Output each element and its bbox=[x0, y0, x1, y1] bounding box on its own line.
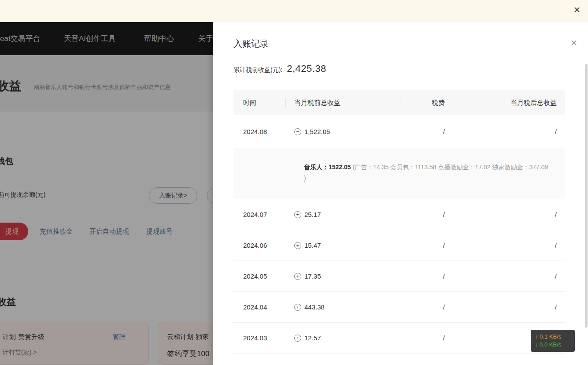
row-detail-breakdown: 音乐人：1522.05 (广告：14.35 会员包：1113.58 点播激励金：… bbox=[233, 148, 565, 199]
header-pretax-income: 当月税前总收益 bbox=[285, 99, 400, 107]
income-records-modal: 入账记录 ✕ 累计税前收益(元): 2,425.38 时间 当月税前总收益 税费… bbox=[213, 22, 588, 365]
table-row[interactable]: 2024.04 + 443.38 / / bbox=[233, 292, 565, 323]
row-date: 2024.03 bbox=[233, 334, 285, 342]
modal-scrollbar-thumb[interactable] bbox=[585, 64, 588, 328]
download-speed: ↓ 0.0 KB/s bbox=[535, 341, 575, 349]
row-date: 2024.04 bbox=[233, 303, 285, 311]
row-date: 2024.06 bbox=[233, 242, 285, 249]
detail-main: 音乐人：1522.05 bbox=[304, 164, 353, 171]
header-aftertax-income: 当月税后总收益 bbox=[454, 99, 565, 107]
header-divider bbox=[454, 98, 454, 108]
notification-banner: ✕ bbox=[0, 0, 588, 22]
row-pretax-value: 25.17 bbox=[304, 211, 321, 218]
row-aftertax-value: / bbox=[454, 128, 565, 135]
row-tax-value: / bbox=[400, 334, 454, 342]
income-table: 时间 当月税前总收益 税费 当月税后总收益 2024.08 − 1,522.05… bbox=[233, 90, 565, 354]
collapse-icon[interactable]: − bbox=[294, 128, 301, 135]
row-date: 2024.07 bbox=[233, 211, 285, 218]
header-time: 时间 bbox=[233, 99, 285, 107]
row-pretax-value: 443.38 bbox=[304, 303, 325, 311]
row-tax-value: / bbox=[400, 242, 454, 249]
expand-icon[interactable]: + bbox=[294, 304, 301, 311]
row-tax-value: / bbox=[400, 211, 454, 218]
row-pretax-value: 17.35 bbox=[304, 272, 321, 280]
header-divider bbox=[285, 98, 286, 108]
table-row[interactable]: 2024.08 − 1,522.05 / / bbox=[233, 115, 565, 148]
row-aftertax-value: / bbox=[454, 272, 565, 280]
network-speed-widget: ↑ 0.1 KB/s ↓ 0.0 KB/s bbox=[531, 330, 575, 352]
header-divider bbox=[400, 98, 400, 108]
banner-close-icon[interactable]: ✕ bbox=[573, 6, 581, 14]
row-pretax-value: 15.47 bbox=[304, 242, 321, 249]
row-tax-value: / bbox=[400, 303, 454, 311]
row-aftertax-value: / bbox=[454, 242, 565, 249]
table-header-row: 时间 当月税前总收益 税费 当月税后总收益 bbox=[233, 90, 565, 115]
cumulative-income-value: 2,425.38 bbox=[287, 63, 326, 74]
modal-close-icon[interactable]: ✕ bbox=[570, 39, 577, 47]
row-tax-value: / bbox=[400, 128, 454, 135]
expand-icon[interactable]: + bbox=[294, 273, 301, 280]
table-row[interactable]: 2024.03 + 12.57 / / bbox=[233, 323, 565, 354]
row-aftertax-value: / bbox=[454, 303, 565, 311]
row-pretax-value: 12.57 bbox=[304, 334, 321, 342]
table-row[interactable]: 2024.05 + 17.35 / / bbox=[233, 261, 565, 292]
table-row[interactable]: 2024.06 + 15.47 / / bbox=[233, 230, 565, 261]
table-row[interactable]: 2024.07 + 25.17 / / bbox=[233, 199, 565, 230]
cumulative-income-label: 累计税前收益(元): bbox=[233, 66, 282, 74]
row-tax-value: / bbox=[400, 272, 454, 280]
expand-icon[interactable]: + bbox=[294, 242, 301, 249]
row-pretax-value: 1,522.05 bbox=[304, 128, 330, 135]
header-tax: 税费 bbox=[400, 99, 454, 107]
row-date: 2024.05 bbox=[233, 272, 285, 280]
cumulative-income: 累计税前收益(元): 2,425.38 bbox=[233, 63, 326, 74]
expand-icon[interactable]: + bbox=[294, 211, 301, 218]
row-aftertax-value: / bbox=[454, 211, 565, 218]
expand-icon[interactable]: + bbox=[294, 335, 301, 342]
row-date: 2024.08 bbox=[233, 128, 285, 135]
modal-title: 入账记录 bbox=[233, 38, 269, 50]
upload-speed: ↑ 0.1 KB/s bbox=[535, 333, 575, 341]
screen: eat交易平台 天音AI创作工具 帮助中心 关于 收益 网易音乐人账号和银行卡账… bbox=[0, 0, 588, 365]
